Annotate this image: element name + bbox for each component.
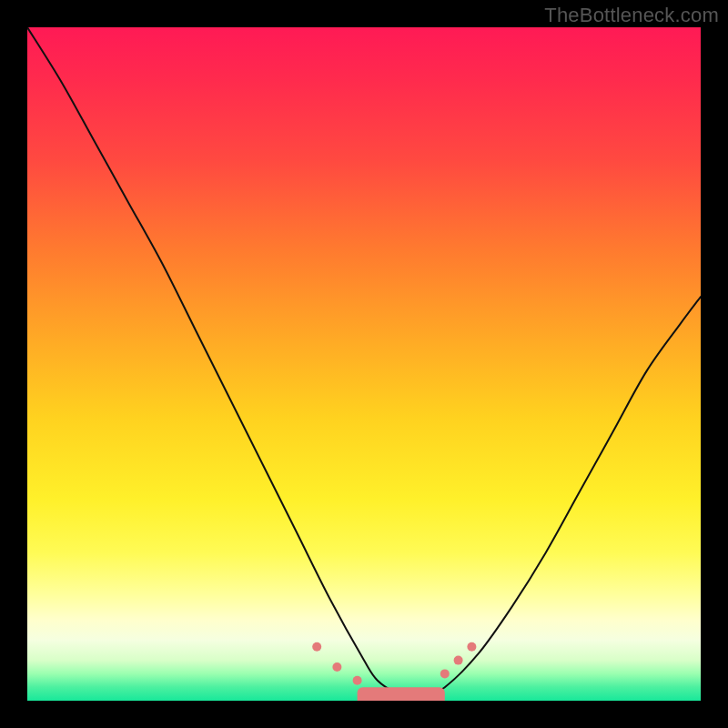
right-curve (418, 297, 701, 701)
left-curve (27, 27, 418, 701)
curve-markers (312, 642, 476, 685)
plot-area (27, 27, 701, 701)
curve-marker (353, 676, 362, 685)
curve-marker (440, 669, 450, 678)
optimal-zone-bar (358, 687, 445, 701)
watermark-text: TheBottleneck.com (544, 4, 719, 27)
curve-marker (332, 662, 341, 672)
chart-frame: TheBottleneck.com (0, 0, 728, 728)
curve-marker (467, 642, 476, 652)
curve-marker (312, 642, 321, 652)
curve-marker (454, 656, 463, 665)
curve-overlay (27, 27, 701, 701)
